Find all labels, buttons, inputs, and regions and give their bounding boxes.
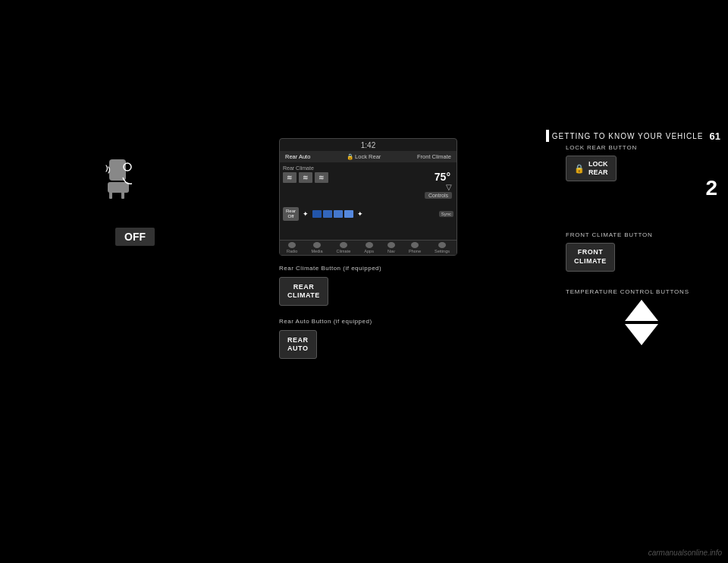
lock-icon: 🔒 (574, 164, 585, 174)
rear-auto-section: Rear Auto Button (if equipped) REAR AUTO (279, 317, 372, 359)
svg-rect-3 (121, 191, 124, 199)
screen-tab-rear-auto[interactable]: Rear Auto (283, 153, 312, 161)
front-climate-header: Front Climate Button (566, 231, 717, 238)
page-title: GETTING TO KNOW YOUR VEHICLE (552, 132, 704, 140)
screen-nav-bar: Radio Media Climate Apps Nav Phone Setti… (280, 240, 457, 255)
svg-rect-1 (108, 182, 129, 193)
fan-icon-2: ≋ (299, 172, 312, 183)
settings-icon (438, 242, 446, 248)
nav-apps[interactable]: Apps (364, 242, 374, 253)
svg-rect-2 (109, 191, 112, 199)
climate-icon (340, 242, 347, 248)
screen-controls-row: Controls (280, 192, 457, 199)
nav-radio[interactable]: Radio (287, 242, 297, 253)
screen-star-icon: ✦ (303, 210, 309, 218)
nav-phone[interactable]: Phone (409, 242, 421, 253)
nav-climate[interactable]: Climate (337, 242, 351, 253)
sync-button[interactable]: Sync (439, 211, 453, 217)
temp-control-section: Temperature Control Buttons (566, 288, 717, 345)
seat-heat-icon (105, 156, 150, 209)
front-climate-button[interactable]: FRONT CLIMATE (566, 243, 615, 272)
nav-nav[interactable]: Nav (388, 242, 395, 253)
page-bar: GETTING TO KNOW YOUR VEHICLE 61 (470, 127, 728, 144)
screen-temperature: 75° (435, 171, 450, 183)
screen-star2-icon: ✦ (357, 210, 363, 218)
screen-bottom-row: RearOff ✦ ✦ Sync (280, 206, 457, 222)
screen-display: 1:42 Rear Auto 🔒 Lock Rear Front Climate… (279, 138, 457, 256)
fan-icon-1: ≋ (283, 172, 297, 183)
nav-icon (388, 242, 395, 248)
color-blocks (312, 210, 353, 218)
screen-tabs: Rear Auto 🔒 Lock Rear Front Climate (280, 151, 457, 162)
color-block-blue4[interactable] (344, 210, 353, 218)
color-block-blue2[interactable] (323, 210, 332, 218)
screen-rear-climate-label: Rear Climate (283, 165, 453, 171)
nav-settings[interactable]: Settings (435, 242, 450, 253)
page-bar-accent (546, 130, 549, 142)
lock-rear-button[interactable]: 🔒 LOCK REAR (566, 156, 617, 181)
lock-rear-text: LOCK REAR (588, 160, 608, 177)
temp-arrows (566, 300, 717, 345)
radio-icon (288, 242, 296, 248)
temp-down-arrow[interactable] (625, 324, 658, 345)
color-block-blue3[interactable] (334, 210, 343, 218)
screen-tab-lock-rear[interactable]: 🔒 Lock Rear (344, 153, 383, 161)
apps-icon (366, 242, 373, 248)
nav-media[interactable]: Media (312, 242, 323, 253)
screen-tab-front-climate[interactable]: Front Climate (415, 153, 453, 161)
screen-content: Rear Climate ≋ ≋ ≋ (280, 162, 457, 188)
temp-control-header: Temperature Control Buttons (566, 288, 717, 295)
lock-rear-header: Lock Rear Button (566, 144, 717, 151)
rear-climate-button[interactable]: REAR CLIMATE (279, 277, 328, 306)
rear-auto-button[interactable]: REAR AUTO (279, 330, 317, 359)
color-block-blue[interactable] (312, 210, 322, 218)
watermark: carmanualsonline.info (648, 549, 722, 557)
lock-rear-section: Lock Rear Button 🔒 LOCK REAR (566, 144, 717, 181)
controls-button[interactable]: Controls (425, 192, 452, 199)
screen-time: 1:42 (280, 139, 457, 151)
rear-climate-section: Rear Climate Button (if equipped) REAR C… (279, 264, 381, 306)
temp-up-arrow[interactable] (625, 300, 658, 321)
front-climate-section: Front Climate Button FRONT CLIMATE (566, 231, 717, 272)
rear-off-button[interactable]: RearOff (283, 207, 299, 221)
fan-icon-3: ≋ (315, 172, 328, 183)
screen-fan-icons: ≋ ≋ ≋ (283, 172, 453, 183)
screen-down-arrow: ▽ (446, 183, 452, 191)
phone-icon (411, 242, 419, 248)
off-label: OFF (115, 228, 155, 246)
media-icon (313, 242, 321, 248)
rear-climate-section-header: Rear Climate Button (if equipped) (279, 264, 381, 272)
rear-auto-section-header: Rear Auto Button (if equipped) (279, 317, 372, 326)
page-number: 61 (710, 131, 720, 142)
